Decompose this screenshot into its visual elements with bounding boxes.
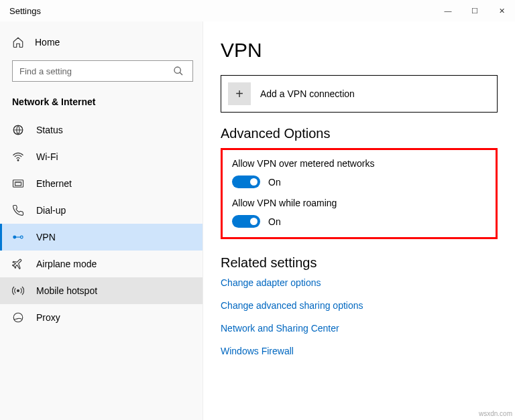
titlebar: Settings — ☐ ✕ [0,0,515,21]
link-adapter-options[interactable]: Change adapter options [221,277,498,288]
home-nav[interactable]: Home [0,29,203,55]
wifi-icon [12,151,24,163]
search-input[interactable] [12,60,193,82]
svg-point-12 [17,290,19,292]
toggle-switch-metered[interactable] [232,176,260,188]
toggle-switch-roaming[interactable] [232,215,260,228]
sidebar-item-label: Mobile hotspot [36,285,97,296]
svg-rect-4 [13,180,23,188]
close-button[interactable]: ✕ [488,0,515,21]
page-title: VPN [221,39,498,62]
sidebar-item-label: Proxy [36,312,60,323]
window-controls: — ☐ ✕ [435,0,515,21]
sidebar-item-proxy[interactable]: Proxy [0,304,203,331]
toggle-row: On [232,215,486,228]
sidebar-section-header: Network & Internet [0,90,203,117]
related-links: Change adapter options Change advanced s… [221,277,498,356]
advanced-options-title: Advanced Options [221,126,498,141]
related-settings-title: Related settings [221,255,498,271]
ethernet-icon [12,178,24,190]
vpn-icon [12,231,24,243]
content: Home Network & Internet Status Wi-Fi [0,21,515,420]
hotspot-icon [12,285,24,297]
toggle-state: On [268,216,281,227]
sidebar-item-hotspot[interactable]: Mobile hotspot [0,277,203,304]
sidebar-item-label: Ethernet [36,178,72,189]
search-wrap [0,55,203,90]
home-icon [12,36,24,48]
link-sharing-options[interactable]: Change advanced sharing options [221,300,498,311]
toggle-label: Allow VPN over metered networks [232,158,486,169]
sidebar-item-label: Wi-Fi [36,151,58,162]
sidebar-item-status[interactable]: Status [0,117,203,143]
sidebar-item-airplane[interactable]: Airplane mode [0,251,203,277]
airplane-icon [12,258,24,270]
toggle-metered: Allow VPN over metered networks On [232,158,486,188]
toggle-label: Allow VPN while roaming [232,198,486,208]
svg-point-10 [20,236,23,238]
sidebar-item-ethernet[interactable]: Ethernet [0,170,203,197]
sidebar-item-wifi[interactable]: Wi-Fi [0,143,203,170]
search-icon [173,66,184,76]
maximize-button[interactable]: ☐ [461,0,488,21]
toggle-knob [250,178,258,186]
sidebar: Home Network & Internet Status Wi-Fi [0,21,203,420]
sidebar-item-label: Airplane mode [36,259,97,269]
add-vpn-button[interactable]: + Add a VPN connection [221,75,498,113]
sidebar-item-dialup[interactable]: Dial-up [0,197,203,224]
link-firewall[interactable]: Windows Firewall [221,346,498,356]
proxy-icon [12,311,24,324]
svg-point-3 [17,159,19,161]
toggle-roaming: Allow VPN while roaming On [232,198,486,228]
sidebar-item-label: Dial-up [36,205,66,216]
minimize-button[interactable]: — [435,0,461,21]
toggle-row: On [232,176,486,188]
window-title: Settings [9,6,41,16]
add-vpn-label: Add a VPN connection [260,88,355,99]
dialup-icon [12,204,24,216]
plus-icon: + [228,82,251,105]
link-sharing-center[interactable]: Network and Sharing Center [221,323,498,334]
svg-point-9 [13,236,16,238]
sidebar-item-vpn[interactable]: VPN [0,224,203,251]
svg-line-1 [180,72,182,75]
toggle-knob [250,218,258,225]
highlight-box: Allow VPN over metered networks On Allow… [221,148,498,239]
main-panel: VPN + Add a VPN connection Advanced Opti… [203,21,515,420]
svg-point-13 [13,313,23,322]
home-label: Home [35,37,60,48]
sidebar-item-label: VPN [36,232,56,242]
watermark: wsxdn.com [479,410,512,417]
toggle-state: On [268,177,281,188]
status-icon [12,124,24,136]
sidebar-item-label: Status [36,125,63,135]
svg-point-0 [174,67,180,73]
